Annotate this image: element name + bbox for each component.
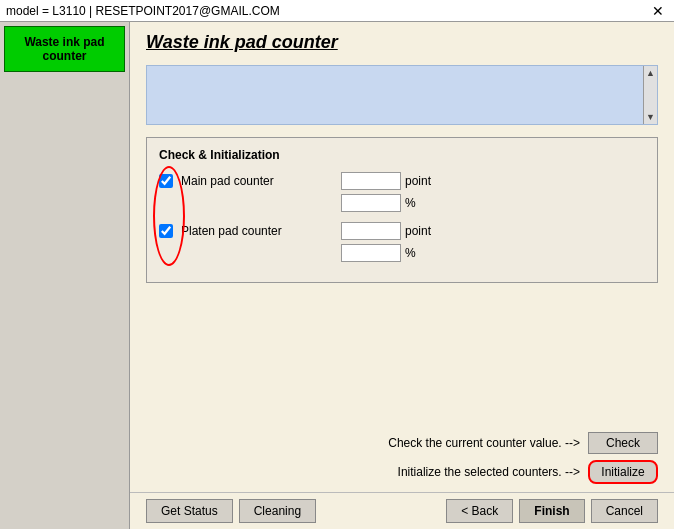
main-counter-checkbox[interactable] <box>159 174 173 188</box>
sidebar-spacer <box>0 76 129 529</box>
main-counter-group: Main pad counter point % <box>159 172 645 212</box>
platen-counter-percent-unit: % <box>405 246 416 260</box>
title-bar-text: model = L3110 | RESETPOINT2017@GMAIL.COM <box>6 4 280 18</box>
flex-spacer <box>130 287 674 424</box>
platen-counter-row: Platen pad counter point <box>159 222 645 240</box>
platen-counter-point-input[interactable] <box>341 222 401 240</box>
platen-counter-percent-row: % <box>181 244 645 262</box>
finish-button[interactable]: Finish <box>519 499 584 523</box>
initialize-button[interactable]: Initialize <box>588 460 658 484</box>
section-title: Check & Initialization <box>159 148 645 162</box>
initialize-action-row: Initialize the selected counters. --> In… <box>146 460 658 484</box>
init-prompt-label: Initialize the selected counters. --> <box>146 465 580 479</box>
sidebar: Waste ink pad counter <box>0 22 130 529</box>
content-area: Waste ink pad counter ▲ ▼ Check & Initia… <box>130 22 674 529</box>
scroll-down-icon[interactable]: ▼ <box>644 110 657 124</box>
title-bar: model = L3110 | RESETPOINT2017@GMAIL.COM… <box>0 0 674 22</box>
page-title: Waste ink pad counter <box>146 32 658 53</box>
platen-counter-percent-input[interactable] <box>341 244 401 262</box>
cleaning-button[interactable]: Cleaning <box>239 499 316 523</box>
content-header: Waste ink pad counter <box>130 22 674 59</box>
main-counter-point-input[interactable] <box>341 172 401 190</box>
get-status-button[interactable]: Get Status <box>146 499 233 523</box>
check-prompt-label: Check the current counter value. --> <box>146 436 580 450</box>
check-section: Check & Initialization Main pad counter … <box>146 137 658 283</box>
main-counter-label: Main pad counter <box>181 174 341 188</box>
platen-counter-checkbox[interactable] <box>159 224 173 238</box>
check-button[interactable]: Check <box>588 432 658 454</box>
sidebar-item-waste-ink[interactable]: Waste ink pad counter <box>4 26 125 72</box>
check-action-row: Check the current counter value. --> Che… <box>146 432 658 454</box>
close-button[interactable]: ✕ <box>648 3 668 19</box>
action-area: Check the current counter value. --> Che… <box>146 432 658 484</box>
main-counter-percent-input[interactable] <box>341 194 401 212</box>
cancel-button[interactable]: Cancel <box>591 499 658 523</box>
platen-counter-label: Platen pad counter <box>181 224 341 238</box>
scroll-up-icon[interactable]: ▲ <box>644 66 657 80</box>
main-counter-point-unit: point <box>405 174 431 188</box>
back-button[interactable]: < Back <box>446 499 513 523</box>
platen-counter-group: Platen pad counter point % <box>159 222 645 262</box>
main-counter-row: Main pad counter point <box>159 172 645 190</box>
main-layout: Waste ink pad counter Waste ink pad coun… <box>0 22 674 529</box>
scrollbar[interactable]: ▲ ▼ <box>643 66 657 124</box>
platen-counter-point-unit: point <box>405 224 431 238</box>
main-counter-percent-row: % <box>181 194 645 212</box>
main-counter-percent-unit: % <box>405 196 416 210</box>
bottom-toolbar: Get Status Cleaning < Back Finish Cancel <box>130 492 674 529</box>
info-box: ▲ ▼ <box>146 65 658 125</box>
